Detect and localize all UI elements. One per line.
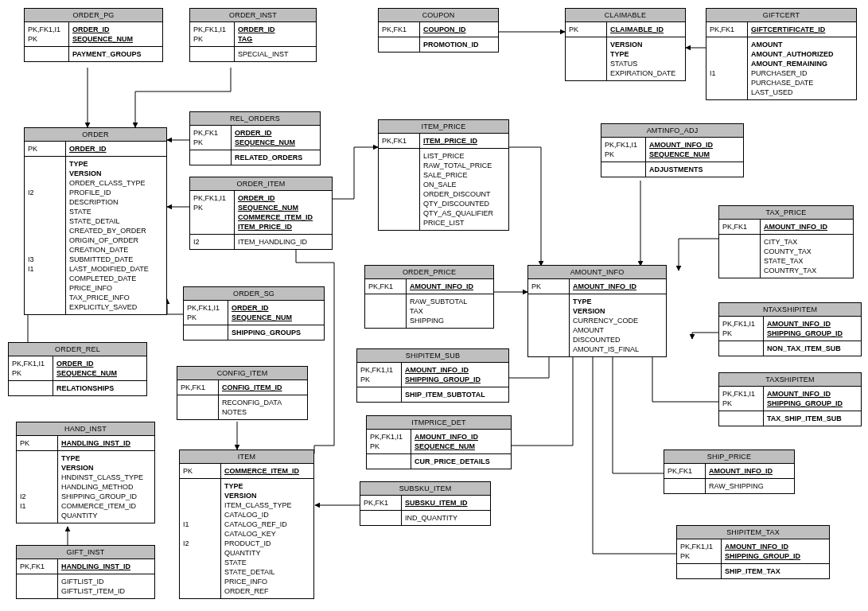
key-indicator bbox=[28, 216, 62, 226]
key-indicator bbox=[531, 325, 566, 335]
column-name: ORIGIN_OF_ORDER bbox=[69, 235, 163, 245]
column-name: SHIPPING_GROUP_ID bbox=[725, 551, 826, 561]
key-indicator: PK bbox=[370, 442, 407, 451]
key-indicator bbox=[364, 513, 398, 523]
key-indicator: PK bbox=[193, 138, 228, 147]
key-indicator: PK,FK1,I1 bbox=[680, 542, 718, 551]
column-name: AMOUNT_IS_FINAL bbox=[573, 344, 663, 354]
key-indicator bbox=[20, 453, 54, 463]
key-indicator: PK bbox=[12, 368, 49, 378]
column-name: SEQUENCE_NUM bbox=[649, 150, 740, 159]
column-name: ORDER_CLASS_TYPE bbox=[69, 178, 163, 188]
column-name: TAG bbox=[238, 34, 313, 44]
column-name: CURRENCY_CODE bbox=[573, 316, 663, 325]
column-name: PURCHASE_DATE bbox=[751, 78, 853, 88]
er-diagram-canvas: ORDER_PG PK,FK1,I1PKORDER_IDSEQUENCE_NUM… bbox=[0, 0, 868, 611]
entity-title: AMOUNT_INFO bbox=[528, 266, 666, 279]
key-indicator: PK,FK1,I1 bbox=[187, 303, 224, 313]
column-name: TYPE bbox=[224, 481, 310, 491]
column-name: HANDLING_INST_ID bbox=[61, 438, 151, 448]
column-name: QTY_AS_QUALIFIER bbox=[423, 208, 505, 218]
key-indicator bbox=[183, 510, 217, 520]
column-name: LAST_USED bbox=[751, 88, 853, 97]
column-name: RELATIONSHIPS bbox=[56, 383, 143, 393]
key-indicator: I3 bbox=[28, 255, 62, 264]
entity-title: ORDER_ITEM bbox=[190, 177, 332, 191]
key-indicator: PK bbox=[28, 34, 65, 44]
pk-section: PK,FK1,I1PKORDER_IDSEQUENCE_NUM bbox=[25, 22, 162, 47]
key-indicator: PK,FK1 bbox=[668, 466, 702, 476]
entity-title: ITEM bbox=[180, 450, 313, 464]
entity-title: HAND_INST bbox=[17, 422, 154, 436]
column-name: ADJUSTMENTS bbox=[649, 165, 740, 174]
key-indicator bbox=[28, 169, 62, 178]
column-name: HNDINST_CLASS_TYPE bbox=[61, 473, 151, 482]
key-indicator bbox=[531, 316, 566, 325]
entity-title: ITMPRICE_DET bbox=[367, 416, 511, 430]
key-indicator bbox=[382, 208, 416, 218]
column-name: STATE_DETAIL bbox=[69, 216, 163, 226]
key-indicator: PK,FK1,I1 bbox=[193, 25, 231, 34]
entity-title: COUPON bbox=[379, 9, 498, 22]
column-name: CATALOG_KEY bbox=[224, 529, 310, 539]
column-name: DISCOUNTED bbox=[573, 335, 663, 344]
column-name: VERSION bbox=[69, 169, 163, 178]
column-name: PROMOTION_ID bbox=[423, 40, 495, 49]
column-name: ORDER_ID bbox=[69, 144, 163, 154]
entity-order-sg: ORDER_SG PK,FK1,I1PKORDER_IDSEQUENCE_NUM… bbox=[183, 286, 325, 341]
column-name: TYPE bbox=[69, 159, 163, 169]
column-name: STATE_DETAIL bbox=[224, 567, 310, 577]
key-indicator bbox=[181, 407, 215, 417]
column-name: NOTES bbox=[222, 407, 304, 417]
column-name: STATE_TAX bbox=[764, 256, 850, 266]
key-indicator: PK bbox=[187, 313, 224, 322]
key-indicator: PK,FK1 bbox=[181, 383, 215, 392]
entity-order-inst: ORDER_INST PK,FK1,I1PKORDER_IDTAG SPECIA… bbox=[189, 8, 317, 62]
entity-order: ORDER PKORDER_ID I2 I3I1 TYPEVERSIONORDE… bbox=[24, 127, 167, 315]
column-name: RELATED_ORDERS bbox=[235, 153, 317, 162]
entity-ship-price: SHIP_PRICE PK,FK1AMOUNT_INFO_ID RAW_SHIP… bbox=[664, 449, 795, 494]
column-name: RAW_TOTAL_PRICE bbox=[423, 161, 505, 170]
column-name: RECONFIG_DATA bbox=[222, 398, 304, 407]
column-name: TAX_SHIP_ITEM_SUB bbox=[767, 414, 858, 423]
column-name: COMPLETED_DATE bbox=[69, 274, 163, 283]
key-indicator: PK bbox=[183, 466, 217, 476]
key-indicator bbox=[181, 398, 215, 407]
key-indicator bbox=[193, 222, 231, 232]
entity-title: REL_ORDERS bbox=[190, 112, 320, 126]
column-name: QTY_DISCOUNTED bbox=[423, 199, 505, 208]
key-indicator bbox=[569, 59, 603, 68]
column-name: NON_TAX_ITEM_SUB bbox=[767, 344, 858, 353]
key-indicator bbox=[368, 306, 403, 316]
column-name: ORDER_DISCOUNT bbox=[423, 189, 505, 199]
key-indicator bbox=[193, 49, 231, 59]
column-name: VERSION bbox=[224, 491, 310, 500]
column-name: AMOUNT_INFO_ID bbox=[767, 319, 858, 329]
key-indicator bbox=[569, 40, 603, 49]
key-indicator bbox=[382, 180, 416, 189]
key-indicator bbox=[20, 482, 54, 492]
column-name: AMOUNT_INFO_ID bbox=[573, 282, 663, 291]
key-indicator bbox=[28, 178, 62, 188]
key-indicator bbox=[12, 383, 49, 393]
column-name: AMOUNT bbox=[751, 40, 853, 49]
column-name: SPECIAL_INST bbox=[238, 49, 313, 59]
key-indicator: PK,FK1,I1 bbox=[28, 25, 65, 34]
column-name: ORDER_ID bbox=[235, 128, 317, 138]
column-name: EXPLICITLY_SAVED bbox=[69, 302, 163, 312]
column-name: SHIPPING_GROUPS bbox=[232, 328, 321, 337]
key-indicator bbox=[28, 293, 62, 302]
key-indicator bbox=[28, 49, 65, 59]
column-name: STATE bbox=[69, 207, 163, 216]
column-name: VERSION bbox=[573, 306, 663, 316]
column-name: AMOUNT_INFO_ID bbox=[649, 140, 740, 150]
entity-config-item: CONFIG_ITEM PK,FK1CONFIG_ITEM_ID RECONFI… bbox=[177, 366, 308, 420]
column-name: GIFTCERTIFICATE_ID bbox=[751, 25, 853, 34]
column-name: PRICE_INFO bbox=[69, 283, 163, 293]
column-name: HANDLING_METHOD bbox=[61, 482, 151, 492]
column-name: PRICE_LIST bbox=[423, 218, 505, 228]
key-indicator: PK bbox=[722, 329, 760, 338]
column-name: AMOUNT_INFO_ID bbox=[405, 365, 505, 375]
key-indicator: PK,FK1,I1 bbox=[370, 432, 407, 442]
entity-title: TAXSHIPITEM bbox=[719, 373, 861, 387]
